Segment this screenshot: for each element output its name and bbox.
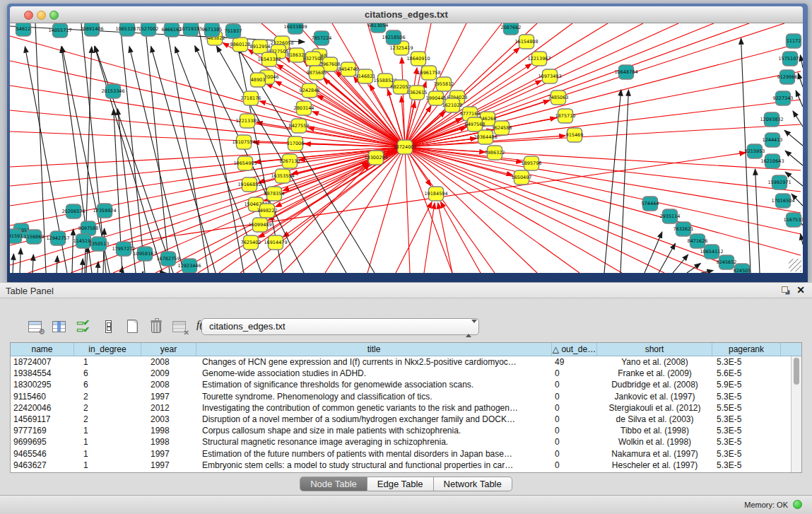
table-row[interactable]: 1872400712008Changes of HCN gene express… (11, 356, 801, 368)
graph-node-label: 1244413 (763, 137, 783, 143)
graph-node-label: 12942757 (46, 235, 69, 241)
column-header-name[interactable]: name (11, 343, 74, 356)
select-rows-icon[interactable]: ▭✔▭✔ (76, 319, 92, 334)
table-row[interactable]: 946362711997Embryonic stem cells: a mode… (11, 460, 801, 471)
table-cell: 0 (552, 460, 597, 471)
table-cell: 5.3E-5 (712, 356, 781, 368)
close-panel-icon[interactable]: ✕ (796, 284, 805, 296)
graph-node-label: 9875685 (307, 70, 327, 76)
column-header-title[interactable]: title (196, 343, 552, 356)
table-cell: 5.3E-5 (712, 425, 781, 436)
table-row[interactable]: 911546021997Tourette syndrome. Phenomeno… (11, 391, 801, 402)
table-selector-value: citations_edges.txt (209, 321, 286, 332)
graph-edge (785, 151, 803, 165)
graph-node-label: 16154808 (514, 39, 538, 45)
graph-node-label: 18107554 (232, 139, 255, 145)
table-selector-dropdown[interactable]: citations_edges.txt (201, 318, 479, 335)
select-column-icon[interactable] (52, 319, 68, 334)
table-cell: 0 (552, 448, 597, 460)
table-cell: 2003 (141, 414, 196, 425)
new-table-icon[interactable] (124, 319, 140, 334)
table-cell: 2012 (141, 402, 196, 414)
graph-node-label: 15992971 (767, 180, 791, 185)
table-cell: 5.3E-5 (712, 436, 781, 448)
graph-edge (266, 83, 405, 147)
graph-edge (659, 243, 676, 273)
graph-node-label: 7625402 (241, 240, 261, 245)
table-cell: 0 (552, 368, 597, 379)
graph-node-label: 1167533 (784, 217, 803, 223)
memory-status-icon[interactable] (793, 500, 802, 509)
float-window-icon[interactable] (782, 286, 788, 293)
table-settings-icon[interactable]: ⚙ (28, 319, 44, 334)
graph-node-label: 12213389 (235, 118, 259, 124)
graph-node-label: 2087662 (501, 25, 522, 30)
table-row[interactable]: 946554611997Estimation of the future num… (11, 448, 801, 460)
status-bar: Memory: OK (0, 495, 812, 514)
graph-node-label: 3498222 (257, 208, 278, 214)
table-cell: 5.3E-5 (712, 391, 781, 402)
form-view-icon[interactable] (100, 319, 116, 334)
delete-entries-icon[interactable] (148, 319, 164, 334)
table-cell: 18300295 (11, 379, 74, 390)
graph-node-label: 1527002 (139, 26, 159, 32)
tab-network-table[interactable]: Network Table (434, 477, 512, 491)
nodes-layer: 1872400774638228860128891295423226058932… (10, 23, 803, 273)
graph-node-label: 3624586 (492, 125, 512, 131)
graph-node-label: 16353554 (271, 173, 294, 179)
graph-node-label: 17957272 (112, 246, 135, 252)
graph-node-label: 9146821 (355, 74, 376, 79)
graph-node-label: 8267130 (280, 158, 300, 164)
table-row[interactable]: 1830029562008Estimation of significance … (11, 379, 801, 390)
table-cell: 2 (74, 402, 141, 414)
column-header-short[interactable]: short (597, 343, 712, 356)
tab-node-table[interactable]: Node Table (300, 477, 367, 491)
graph-edge (604, 90, 621, 273)
table-cell: 6 (74, 379, 141, 390)
graph-node-label: 17016504 (771, 198, 794, 204)
table-cell: 9115460 (11, 391, 74, 402)
window-resize-grip[interactable] (789, 259, 801, 271)
graph-edge (10, 36, 405, 147)
graph-edge (33, 255, 33, 273)
table-cell: 49 (552, 356, 597, 368)
table-cell: Embryonic stem cells: a model to study s… (196, 460, 552, 471)
graph-edge (620, 90, 628, 273)
graph-node-label: 7986322 (485, 150, 505, 156)
graph-edge (145, 23, 170, 273)
table-cell: 0 (552, 391, 597, 402)
graph-node-label: 574444 (642, 201, 659, 206)
graph-edge (20, 248, 20, 273)
window-titlebar[interactable]: citations_edges.txt (10, 6, 803, 23)
graph-edge (405, 147, 801, 192)
scrollbar-thumb[interactable] (794, 358, 799, 385)
table-cell: 1 (74, 448, 141, 460)
table-row[interactable]: 1938455462009Genome-wide association stu… (11, 368, 801, 379)
table-row[interactable]: 977716911998Corpus callosum shape and si… (11, 425, 801, 436)
graph-node-label: 8427552 (289, 123, 310, 129)
graph-edge (405, 147, 801, 255)
table-row[interactable]: 969969511998Structural magnetic resonanc… (11, 436, 801, 448)
table-row[interactable]: 1456911722003Disruption of a novel membe… (11, 414, 801, 425)
network-canvas[interactable]: 1872400774638228860128891295423226058932… (10, 23, 803, 273)
graph-node-label: 317006 (287, 141, 305, 146)
table-scrollbar[interactable] (791, 356, 801, 472)
table-row[interactable]: 2242004622012Investigating the contribut… (11, 402, 801, 414)
column-header-year[interactable]: year (141, 343, 196, 356)
column-header-out_de[interactable]: △ out_de… (552, 343, 597, 356)
graph-edge (401, 57, 405, 147)
column-header-in_degree[interactable]: in_degree (74, 343, 141, 356)
table-cell: 1 (74, 436, 141, 448)
graph-node-label: 12325419 (389, 45, 413, 51)
tab-edge-table[interactable]: Edge Table (367, 477, 434, 491)
graph-node-label: 915469 (566, 132, 584, 138)
graph-node-label: 16033809 (283, 24, 307, 30)
graph-node-label: 6813054 (368, 23, 389, 28)
graph-node-label: 16210643 (760, 158, 784, 164)
graph-node-label: 9242848 (300, 88, 320, 93)
graph-node-label: 18300295 (364, 155, 387, 160)
graph-edge (10, 86, 405, 147)
graph-edge (755, 169, 760, 273)
delete-table-icon[interactable]: ✕ (172, 319, 188, 334)
column-header-pagerank[interactable]: pagerank (712, 343, 781, 356)
